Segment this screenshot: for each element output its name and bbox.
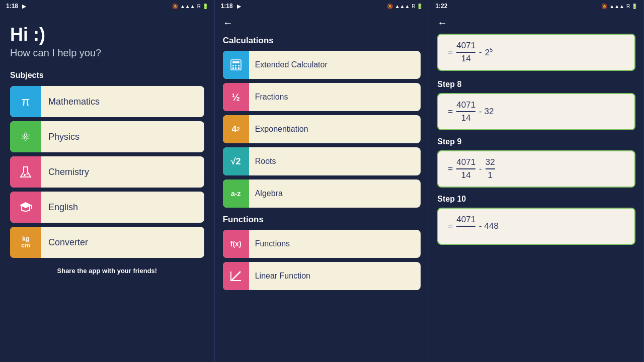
calculations-panel: 1:18 ▶ 🔕 ▲▲▲ R 🔋 ← Calculations (215, 0, 430, 362)
svg-rect-7 (232, 65, 234, 66)
linear-svg-icon (229, 269, 243, 283)
mathematics-label: Mathematics (41, 97, 100, 107)
step9-equals: = (448, 164, 453, 174)
svg-point-0 (24, 174, 26, 176)
algebra-icon: a-z (223, 179, 249, 208)
calc-item-exponentiation[interactable]: 42 Exponentiation (223, 115, 421, 143)
calc-item-fractions[interactable]: ½ Fractions (223, 83, 421, 111)
step9-fraction1: 4071 14 (456, 157, 475, 180)
share-text: Share the app with your friends! (10, 262, 204, 280)
calc-item-algebra[interactable]: a-z Algebra (223, 179, 421, 208)
step9-den1: 14 (461, 169, 471, 180)
functions-icon: f(x) (223, 230, 249, 258)
bell-icon-calc: 🔕 (387, 4, 393, 9)
fractions-icon: ½ (223, 83, 249, 111)
signal-icon: ▲▲▲ (180, 4, 195, 9)
steps-panel: 1:22 🔕 ▲▲▲ R 🔋 ← = 4071 14 - 25 Step 8 =… (429, 0, 644, 362)
greeting-subtitle: How can I help you? (10, 47, 204, 59)
step8-numerator: 4071 (456, 100, 475, 112)
calc-svg-icon (229, 58, 243, 71)
roots-label: Roots (249, 157, 276, 166)
subject-chemistry[interactable]: Chemistry (10, 156, 204, 188)
extended-calculator-label: Extended Calculator (249, 60, 328, 69)
battery-icon-calc: R 🔋 (412, 4, 423, 9)
svg-rect-8 (235, 65, 236, 66)
step-10-box: = 4071 - 448 (437, 208, 635, 245)
mathematics-icon: π (10, 86, 41, 117)
step-8-label: Step 8 (437, 80, 635, 89)
step9-minus: - (479, 164, 482, 174)
status-time-calc: 1:18 ▶ (221, 3, 241, 10)
svg-point-1 (27, 173, 28, 175)
step9-fraction2: 32 1 (486, 157, 495, 180)
step-9-box: = 4071 14 - 32 1 (437, 150, 635, 188)
back-button-calc[interactable]: ← (223, 17, 233, 29)
top-fraction: 4071 14 (456, 41, 475, 64)
home-content: Hi :) How can I help you? Subjects π Mat… (0, 12, 214, 362)
calc-item-extended-calculator[interactable]: Extended Calculator (223, 51, 421, 79)
calc-item-linear-function[interactable]: Linear Function (223, 262, 421, 290)
status-bar-calc: 1:18 ▶ 🔕 ▲▲▲ R 🔋 (215, 0, 429, 12)
top-denominator: 14 (461, 53, 471, 64)
bell-icon: 🔕 (172, 4, 178, 9)
converter-icon: kgcm (10, 227, 41, 258)
subject-physics[interactable]: ⚛ Physics (10, 121, 204, 152)
status-time-steps: 1:22 (435, 3, 447, 10)
roots-icon: √2 (223, 147, 249, 175)
top-exponent: 5 (490, 47, 493, 53)
greeting-title: Hi :) (10, 24, 204, 45)
svg-line-13 (231, 272, 240, 281)
status-icons-steps: 🔕 ▲▲▲ R 🔋 (601, 4, 637, 9)
converter-label: Converter (41, 237, 88, 248)
bell-icon-steps: 🔕 (601, 4, 607, 9)
battery-icon-steps: R 🔋 (626, 4, 637, 9)
linear-function-label: Linear Function (249, 272, 310, 281)
battery-icon: R 🔋 (197, 4, 208, 9)
top-eq-equals: = (448, 47, 453, 57)
subject-mathematics[interactable]: π Mathematics (10, 86, 204, 117)
step8-fraction: 4071 14 (456, 100, 475, 123)
back-button-steps[interactable]: ← (437, 17, 447, 29)
play-icon-calc: ▶ (237, 4, 241, 9)
physics-label: Physics (41, 132, 79, 142)
chemistry-flask-icon (19, 165, 33, 179)
status-bar-steps: 1:22 🔕 ▲▲▲ R 🔋 (429, 0, 643, 12)
step9-num1: 4071 (456, 157, 475, 169)
svg-rect-6 (232, 61, 239, 63)
english-icon (10, 192, 41, 223)
exponentiation-label: Exponentiation (249, 125, 308, 134)
status-bar-home: 1:18 ▶ 🔕 ▲▲▲ R 🔋 (0, 0, 214, 12)
calculator-icon (223, 51, 249, 79)
top-numerator: 4071 (456, 41, 475, 53)
top-base: 25 (485, 47, 493, 58)
step10-fraction: 4071 (456, 215, 475, 238)
subject-english[interactable]: English (10, 192, 204, 223)
top-minus: - (479, 47, 482, 57)
step10-numerator: 4071 (456, 215, 475, 227)
functions-label: Functions (249, 239, 290, 248)
algebra-label: Algebra (249, 189, 283, 198)
step-10-label: Step 10 (437, 195, 635, 204)
svg-rect-9 (238, 65, 239, 66)
back-bar-steps: ← (429, 12, 643, 34)
calc-content: Calculations Extended Calculator ½ Fract… (215, 34, 429, 362)
home-panel: 1:18 ▶ 🔕 ▲▲▲ R 🔋 Hi :) How can I help yo… (0, 0, 215, 362)
exponentiation-icon: 42 (223, 115, 249, 143)
step-8-box: = 4071 14 - 32 (437, 93, 635, 130)
calc-item-functions[interactable]: f(x) Functions (223, 230, 421, 258)
subject-converter[interactable]: kgcm Converter (10, 227, 204, 258)
signal-icon-calc: ▲▲▲ (395, 4, 410, 9)
svg-rect-11 (235, 67, 236, 69)
svg-rect-10 (232, 67, 234, 69)
calc-item-roots[interactable]: √2 Roots (223, 147, 421, 175)
step8-minus: - 32 (479, 107, 494, 117)
step8-denominator: 14 (461, 112, 471, 123)
status-icons-home: 🔕 ▲▲▲ R 🔋 (172, 4, 208, 9)
chemistry-label: Chemistry (41, 167, 89, 177)
status-icons-calc: 🔕 ▲▲▲ R 🔋 (387, 4, 423, 9)
back-bar-calc: ← (215, 12, 429, 34)
step9-num2: 32 (486, 157, 495, 169)
graduation-icon (19, 200, 33, 214)
linear-function-icon (223, 262, 249, 290)
step8-equals: = (448, 107, 453, 117)
